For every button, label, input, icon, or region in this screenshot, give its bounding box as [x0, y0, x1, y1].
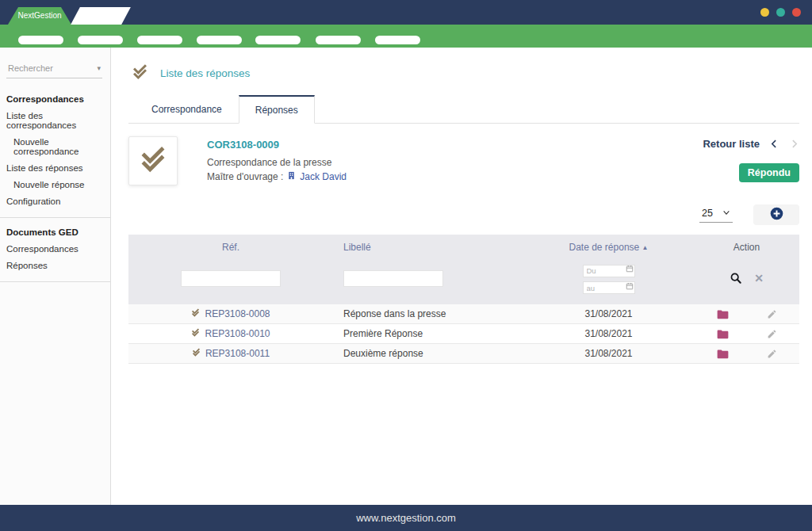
- page-size-value: 25: [702, 208, 713, 219]
- nav-pill[interactable]: [137, 36, 182, 44]
- pencil-icon[interactable]: [767, 349, 777, 359]
- sidebar-item-nouvelle-reponse[interactable]: Nouvelle réponse: [0, 177, 110, 193]
- nav-pill[interactable]: [255, 36, 301, 44]
- double-check-icon: [191, 328, 200, 339]
- building-icon: [287, 171, 296, 182]
- record-card: COR3108-0009 Correspondance de la presse…: [128, 136, 799, 185]
- nav-pill[interactable]: [18, 36, 63, 44]
- page-title: Liste des réponses: [160, 67, 250, 79]
- search-placeholder: Rechercher: [8, 63, 53, 73]
- sidebar-item-configuration[interactable]: Configuration: [0, 193, 110, 210]
- back-to-list-link[interactable]: Retour liste: [703, 138, 760, 150]
- record-subtitle: Correspondance de la presse: [207, 157, 347, 168]
- folder-icon[interactable]: [717, 329, 729, 339]
- nav-pill[interactable]: [316, 36, 361, 44]
- search-icon[interactable]: [730, 272, 742, 285]
- response-ref-link[interactable]: REP3108-0010: [205, 328, 270, 339]
- maximize-button[interactable]: [776, 8, 785, 17]
- chevron-left-icon[interactable]: [769, 139, 779, 149]
- record-thumbnail: [128, 136, 178, 185]
- title-bar: NextGestion: [0, 0, 812, 25]
- response-label: Réponse dans la presse: [333, 308, 523, 319]
- column-header-action: Action: [694, 242, 799, 253]
- double-check-icon: [192, 348, 201, 359]
- sidebar-item-nouvelle-correspondance[interactable]: Nouvelle correspondance: [0, 134, 110, 160]
- sidebar-item-liste-des-correspondances[interactable]: Liste des correspondances: [0, 108, 110, 134]
- page-size-select[interactable]: 25: [699, 208, 733, 223]
- status-badge[interactable]: Répondu: [739, 163, 799, 182]
- calendar-icon[interactable]: [626, 282, 634, 290]
- sidebar-header-documents-ged: Documents GED: [0, 224, 110, 241]
- filter-libelle-input[interactable]: [343, 270, 443, 287]
- double-check-icon: [191, 308, 200, 319]
- response-ref-link[interactable]: REP3108-0008: [205, 308, 270, 319]
- response-date: 31/08/2021: [523, 308, 694, 319]
- nav-pill[interactable]: [375, 36, 420, 44]
- sidebar-item-ged-correspondances[interactable]: Correspondances: [0, 241, 110, 258]
- folder-icon[interactable]: [717, 349, 729, 359]
- table-row: REP3108-0008 Réponse dans la presse 31/0…: [128, 304, 799, 324]
- chevron-down-icon: ▾: [97, 64, 101, 72]
- response-date: 31/08/2021: [523, 328, 694, 339]
- close-button[interactable]: [792, 8, 801, 17]
- sidebar: Rechercher ▾ Correspondances Liste des c…: [0, 48, 111, 505]
- divider: [0, 217, 110, 218]
- chevron-right-icon[interactable]: [789, 139, 799, 149]
- pencil-icon[interactable]: [767, 329, 777, 339]
- column-header-ref[interactable]: Réf.: [128, 242, 333, 253]
- record-reference: COR3108-0009: [207, 139, 347, 151]
- calendar-icon[interactable]: [626, 265, 634, 273]
- tab-reponses[interactable]: Réponses: [239, 95, 315, 124]
- decorative-shape: [71, 7, 131, 25]
- window-controls: [760, 8, 801, 17]
- response-ref-link[interactable]: REP3108-0011: [205, 348, 270, 359]
- response-label: Première Réponse: [333, 328, 523, 339]
- app-logo: NextGestion: [8, 7, 71, 25]
- double-check-icon: [132, 63, 148, 83]
- record-owner-label: Maître d'ouvrage :: [207, 171, 283, 182]
- tab-correspondance[interactable]: Correspondance: [135, 95, 239, 124]
- add-response-button[interactable]: [753, 204, 799, 225]
- sidebar-item-liste-des-reponses[interactable]: Liste des réponses: [0, 160, 110, 177]
- nav-pill[interactable]: [197, 36, 242, 44]
- search-select[interactable]: Rechercher ▾: [6, 62, 102, 78]
- divider: [0, 281, 110, 282]
- minimize-button[interactable]: [760, 8, 769, 17]
- pencil-icon[interactable]: [767, 309, 777, 319]
- table-row: REP3108-0010 Première Réponse 31/08/2021: [128, 324, 799, 344]
- double-check-icon: [139, 145, 167, 177]
- footer-url: www.nextgestion.com: [356, 512, 456, 524]
- column-header-libelle[interactable]: Libellé: [333, 242, 523, 253]
- response-label: Deuxième réponse: [333, 348, 523, 359]
- chevron-down-icon: [722, 208, 730, 219]
- response-date: 31/08/2021: [523, 348, 694, 359]
- sidebar-header-correspondances: Correspondances: [0, 91, 110, 108]
- footer: www.nextgestion.com: [0, 505, 812, 531]
- filter-ref-input[interactable]: [181, 270, 281, 287]
- folder-icon[interactable]: [717, 309, 729, 319]
- nav-pill[interactable]: [78, 36, 123, 44]
- record-owner-link[interactable]: Jack David: [300, 171, 347, 182]
- tab-bar: Correspondance Réponses: [128, 95, 799, 124]
- responses-table: Réf. Libellé Date de réponse ▲ Action: [128, 235, 799, 364]
- sidebar-item-ged-reponses[interactable]: Réponses: [0, 258, 110, 274]
- table-row: REP3108-0011 Deuxième réponse 31/08/2021: [128, 344, 799, 364]
- sort-asc-icon: ▲: [642, 244, 649, 251]
- clear-icon[interactable]: ✕: [754, 272, 764, 285]
- main-nav-bar: [0, 25, 812, 48]
- main-content: Liste des réponses Correspondance Répons…: [111, 48, 812, 505]
- column-header-date[interactable]: Date de réponse ▲: [523, 242, 694, 253]
- plus-icon: [770, 207, 783, 223]
